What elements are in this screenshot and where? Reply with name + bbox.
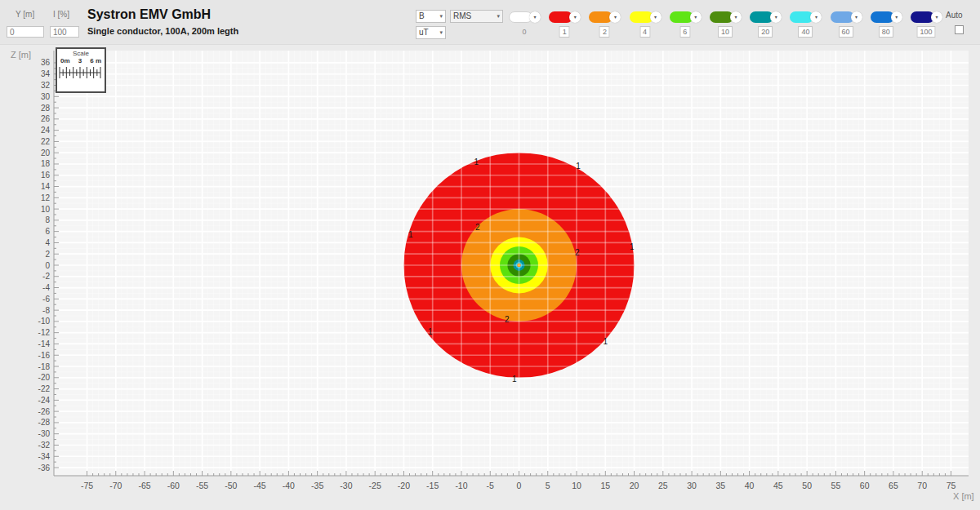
level-value-input[interactable]: 10 [718, 26, 733, 38]
x-tick-label: -75 [81, 481, 93, 490]
level-widget: ▾6 [670, 11, 704, 40]
level-value-input[interactable]: 20 [758, 26, 773, 38]
chevron-down-icon[interactable]: ▾ [810, 11, 822, 23]
chevron-down-icon[interactable]: ▾ [851, 11, 862, 23]
x-tick-label: -55 [196, 481, 208, 490]
chevron-down-icon[interactable]: ▾ [690, 11, 702, 23]
x-tick-label: 5 [546, 481, 550, 490]
z-tick-label: -26 [38, 407, 51, 416]
contour-level-label: 1 [512, 375, 517, 384]
x-tick-label: -50 [225, 481, 237, 490]
level-value-input[interactable]: 2 [599, 26, 610, 38]
chevron-down-icon[interactable]: ▾ [650, 11, 662, 23]
level-widget: ▾4 [630, 11, 664, 40]
z-axis-title: Z [m] [11, 50, 31, 60]
level-widget: ▾1 [549, 11, 583, 40]
z-tick-label: 12 [41, 193, 51, 202]
current-percent-input[interactable]: 100 [50, 26, 79, 38]
x-tick-label: 25 [658, 481, 668, 490]
chevron-down-icon[interactable]: ▾ [609, 11, 621, 23]
scale-mid-label: 3 [78, 57, 82, 64]
field-quantity-select[interactable]: B ▾ [416, 10, 446, 23]
level-widget: ▾60 [831, 11, 865, 40]
contour-level-label: 2 [505, 315, 510, 324]
level-value-input: 0 [522, 28, 526, 36]
x-tick-label: 0 [517, 481, 522, 490]
level-value-input[interactable]: 60 [839, 26, 853, 38]
x-tick-label: -65 [138, 481, 150, 490]
conductor-marker [517, 264, 521, 268]
level-value-input[interactable]: 100 [916, 26, 935, 38]
z-tick-label: -20 [38, 373, 51, 382]
x-tick-label: -30 [340, 481, 352, 490]
x-tick-label: -10 [455, 481, 467, 490]
x-tick-label: -45 [254, 481, 266, 490]
y-position-input[interactable]: 0 [7, 26, 44, 38]
z-tick-label: -16 [38, 351, 51, 360]
level-value-input[interactable]: 40 [798, 26, 813, 38]
x-tick-label: -35 [311, 481, 323, 490]
z-tick-label: -4 [42, 283, 50, 292]
chevron-down-icon[interactable]: ▾ [770, 11, 782, 23]
z-tick-label: -30 [38, 429, 51, 438]
level-value-input[interactable]: 1 [559, 26, 570, 38]
z-tick-label: -2 [42, 272, 50, 281]
unit-value: uT [419, 27, 429, 38]
z-tick-label: -28 [38, 418, 51, 427]
contour-level-label: 2 [475, 223, 480, 232]
x-tick-label: 15 [600, 481, 610, 490]
level-widget: ▾40 [790, 11, 824, 40]
level-value-input[interactable]: 80 [879, 26, 893, 38]
scale-ruler [57, 64, 103, 82]
x-tick-label: -25 [369, 481, 381, 490]
z-tick-label: 6 [45, 227, 50, 236]
z-tick-label: 36 [41, 58, 51, 67]
chevron-down-icon[interactable]: ▾ [730, 11, 742, 23]
level-widget: ▾20 [750, 11, 784, 40]
z-tick-label: -34 [38, 452, 51, 461]
x-tick-label: 55 [831, 481, 841, 490]
scenario-subtitle: Single conductor, 100A, 200m legth [87, 26, 238, 36]
chevron-down-icon: ▾ [497, 11, 500, 22]
x-axis-title: X [m] [953, 491, 974, 501]
z-tick-label: -24 [38, 396, 51, 405]
z-tick-label: 28 [41, 104, 51, 113]
scale-end-label: 6 m [90, 57, 101, 64]
chevron-down-icon[interactable]: ▾ [569, 11, 581, 23]
contour-level-label: 1 [604, 337, 608, 346]
z-tick-label: 20 [41, 149, 51, 157]
x-tick-label: 40 [745, 481, 755, 490]
z-tick-label: 22 [41, 137, 51, 146]
z-tick-label: 8 [45, 215, 50, 224]
x-tick-label: 75 [947, 481, 956, 490]
level-value-input[interactable]: 6 [679, 26, 690, 38]
level-value-input[interactable]: 4 [639, 26, 650, 38]
unit-select[interactable]: uT ▾ [416, 26, 446, 39]
contour-level-label: 1 [428, 327, 433, 336]
auto-scale-label: Auto [946, 11, 963, 20]
chevron-down-icon[interactable]: ▾ [529, 11, 541, 23]
app-window: Y [m] 0 I [%] 100 Systron EMV GmbH Singl… [0, 0, 980, 510]
contour-level-label: 1 [474, 157, 479, 166]
chevron-down-icon[interactable]: ▾ [891, 11, 902, 23]
level-widget: ▾2 [589, 11, 623, 40]
plot-area: -75-70-65-60-55-50-45-40-35-30-25-20-15-… [0, 45, 980, 510]
auto-scale-checkbox[interactable] [955, 25, 964, 34]
x-tick-label: 10 [572, 481, 581, 490]
x-tick-label: -15 [426, 481, 439, 490]
x-tick-label: 65 [889, 481, 898, 490]
z-tick-label: 16 [41, 171, 51, 180]
x-tick-label: 60 [860, 481, 870, 490]
mode-value: RMS [453, 11, 471, 22]
z-tick-label: 2 [45, 250, 50, 259]
mode-select[interactable]: RMS ▾ [450, 10, 503, 23]
x-tick-label: 30 [687, 481, 697, 490]
current-percent-label: I [%] [53, 10, 69, 19]
conductor-core [519, 264, 520, 266]
app-title: Systron EMV GmbH [87, 7, 211, 22]
field-quantity-value: B [419, 11, 425, 22]
z-tick-label: -12 [38, 328, 51, 337]
z-tick-label: 34 [41, 69, 51, 78]
chevron-down-icon[interactable]: ▾ [931, 11, 942, 23]
level-widget: ▾100 [911, 11, 945, 40]
